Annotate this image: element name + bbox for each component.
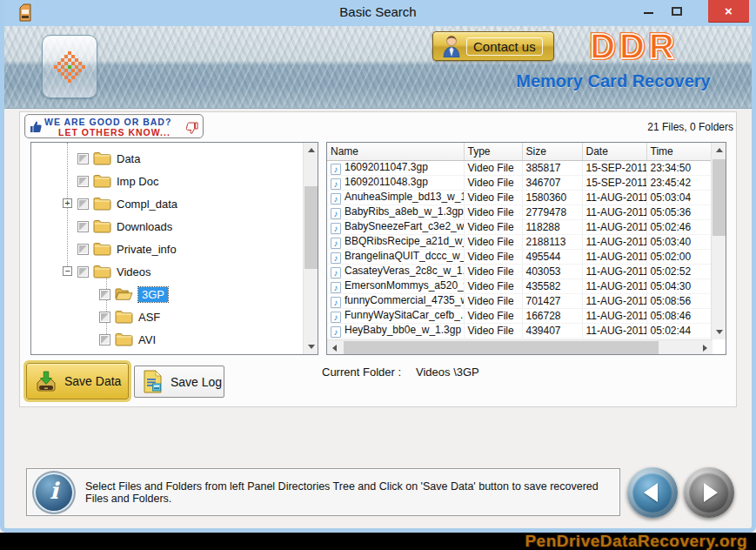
tree-checkbox[interactable] <box>77 221 89 232</box>
file-cell[interactable]: Video File <box>464 308 522 323</box>
file-cell[interactable]: 1580360 <box>522 190 582 205</box>
tree-checkbox[interactable] <box>77 244 89 255</box>
save-log-button[interactable]: Save Log <box>134 366 224 398</box>
file-cell[interactable]: 118288 <box>522 219 582 234</box>
file-cell[interactable]: 11-AUG-2011 <box>582 308 646 323</box>
file-cell[interactable]: Video File <box>464 278 522 293</box>
file-cell[interactable]: 05:05:36 <box>646 205 713 219</box>
tree-checkbox[interactable] <box>99 312 110 323</box>
table-row[interactable]: ♪16092011048.3gpVideo File34670715-SEP-2… <box>327 175 713 190</box>
file-name-cell[interactable]: ♪HeyBaby_bb0e_w_1.3gp <box>327 323 464 338</box>
tree-checkbox[interactable] <box>99 289 110 300</box>
directory-tree-panel[interactable]: DataImp Doc+Compl_dataDownloadsPrivate_i… <box>30 142 318 355</box>
file-cell[interactable]: 11-AUG-2011 <box>582 249 646 264</box>
tree-item-imp-doc[interactable]: Imp Doc <box>31 170 302 192</box>
file-cell[interactable]: Video File <box>464 175 522 190</box>
file-cell[interactable]: Video File <box>464 190 522 205</box>
tree-checkbox[interactable] <box>77 198 89 210</box>
file-cell[interactable]: 05:02:00 <box>646 249 713 264</box>
tree-checkbox[interactable] <box>77 266 89 278</box>
tree-item-downloads[interactable]: Downloads <box>31 215 302 238</box>
tree-item-data[interactable]: Data <box>31 147 302 170</box>
file-cell[interactable]: 495544 <box>522 249 582 264</box>
file-cell[interactable]: Video File <box>464 205 522 219</box>
file-cell[interactable]: 05:04:30 <box>646 278 713 293</box>
file-cell[interactable]: Video File <box>464 323 522 338</box>
file-name-cell[interactable]: ♪CasateyVeras_2c8c_w_1.... <box>327 264 464 278</box>
tree-checkbox[interactable] <box>77 176 89 187</box>
file-cell[interactable]: 05:03:04 <box>646 190 713 205</box>
file-list-panel[interactable]: NameTypeSizeDateTime ♪16092011047.3gpVid… <box>326 142 726 355</box>
tree-checkbox[interactable] <box>77 153 89 164</box>
tree-scrollbar-thumb[interactable] <box>304 186 318 269</box>
file-cell[interactable]: 23:45:42 <box>646 175 713 190</box>
file-cell[interactable]: 05:02:44 <box>646 323 713 338</box>
file-cell[interactable]: 11-AUG-2011 <box>582 190 646 205</box>
scroll-left-icon[interactable] <box>327 340 342 355</box>
file-cell[interactable]: 11-AUG-2011 <box>582 205 646 219</box>
column-header-type[interactable]: Type <box>464 143 522 160</box>
scroll-up-icon[interactable] <box>304 143 318 158</box>
file-cell[interactable]: 05:02:52 <box>646 264 713 278</box>
file-name-cell[interactable]: ♪funnyCommercial_4735_w... <box>327 293 464 308</box>
file-name-cell[interactable]: ♪16092011047.3gp <box>327 160 464 175</box>
file-cell[interactable]: 11-AUG-2011 <box>582 323 646 338</box>
file-name-cell[interactable]: ♪FunnyWaySitaCar_cefb_... <box>327 308 464 323</box>
collapse-icon[interactable]: − <box>63 266 72 276</box>
maximize-button[interactable] <box>672 7 682 16</box>
table-row[interactable]: ♪EmersonMommys_a520_w...Video File435582… <box>327 278 713 293</box>
expand-icon[interactable]: + <box>63 198 72 208</box>
file-cell[interactable]: 2188113 <box>522 234 582 249</box>
file-cell[interactable]: 403053 <box>522 264 582 278</box>
file-list-vertical-scrollbar[interactable] <box>711 143 726 339</box>
file-cell[interactable]: 11-AUG-2011 <box>582 293 646 308</box>
file-name-cell[interactable]: ♪BabyRibs_a8eb_w_1.3gp <box>327 205 464 219</box>
file-cell[interactable]: 15-SEP-2011 <box>582 160 646 175</box>
file-cell[interactable]: 15-SEP-2011 <box>582 175 646 190</box>
column-header-time[interactable]: Time <box>646 143 713 160</box>
tree-item-private-info[interactable]: Private_info <box>31 238 302 260</box>
file-cell[interactable]: Video File <box>464 249 522 264</box>
title-bar[interactable]: Basic Search × <box>0 0 756 26</box>
scroll-down-icon[interactable] <box>304 339 318 354</box>
tree-item-asf[interactable]: ASF <box>31 305 302 328</box>
file-name-cell[interactable]: ♪BrangelinaQUIT_dccc_w_... <box>327 249 464 264</box>
tree-checkbox[interactable] <box>99 334 110 345</box>
table-row[interactable]: ♪funnyCommercial_4735_w...Video File7014… <box>327 293 713 308</box>
file-cell[interactable]: 05:03:40 <box>646 234 713 249</box>
table-row[interactable]: ♪BrangelinaQUIT_dccc_w_...Video File4955… <box>327 249 713 264</box>
file-cell[interactable]: 11-AUG-2011 <box>582 234 646 249</box>
column-header-date[interactable]: Date <box>582 143 646 160</box>
file-cell[interactable]: 385817 <box>522 160 582 175</box>
table-row[interactable]: ♪HeyBaby_bb0e_w_1.3gpVideo File43940711-… <box>327 323 713 338</box>
file-scrollbar-thumb[interactable] <box>713 159 726 236</box>
file-cell[interactable]: 11-AUG-2011 <box>582 219 646 234</box>
table-row[interactable]: ♪AnuheaSimple_bd13_w_1...Video File15803… <box>327 190 713 205</box>
file-cell[interactable]: Video File <box>464 264 522 278</box>
table-row[interactable]: ♪BabySneezeFart_c3e2_w...Video File11828… <box>327 219 713 234</box>
file-cell[interactable]: 346707 <box>522 175 582 190</box>
table-row[interactable]: ♪BabyRibs_a8eb_w_1.3gpVideo File27794781… <box>327 205 713 219</box>
file-cell[interactable]: 11-AUG-2011 <box>582 264 646 278</box>
file-cell[interactable]: 05:08:46 <box>646 308 713 323</box>
file-cell[interactable]: Video File <box>464 219 522 234</box>
table-row[interactable]: ♪BBQRibsRecipe_a21d_w_...Video File21881… <box>327 234 713 249</box>
file-cell[interactable]: 439407 <box>522 323 582 338</box>
close-button[interactable]: × <box>708 0 749 23</box>
file-cell[interactable]: 435582 <box>522 278 582 293</box>
file-cell[interactable]: 05:02:46 <box>646 219 713 234</box>
back-button[interactable] <box>627 467 678 518</box>
minimize-button[interactable] <box>644 12 653 14</box>
save-data-button[interactable]: Save Data <box>26 363 129 399</box>
table-row[interactable]: ♪CasateyVeras_2c8c_w_1....Video File4030… <box>327 264 713 278</box>
tree-item-avi[interactable]: AVI <box>31 328 302 351</box>
tree-item-videos[interactable]: −Videos <box>31 260 302 283</box>
file-name-cell[interactable]: ♪AnuheaSimple_bd13_w_1... <box>327 190 464 205</box>
file-name-cell[interactable]: ♪BBQRibsRecipe_a21d_w_... <box>327 234 464 249</box>
file-cell[interactable]: 23:34:50 <box>646 160 713 175</box>
scroll-down-icon[interactable] <box>712 325 726 339</box>
file-cell[interactable]: Video File <box>464 234 522 249</box>
file-cell[interactable]: 2779478 <box>522 205 582 219</box>
contact-us-button[interactable]: Contact us <box>432 31 554 61</box>
file-cell[interactable]: 166728 <box>522 308 582 323</box>
